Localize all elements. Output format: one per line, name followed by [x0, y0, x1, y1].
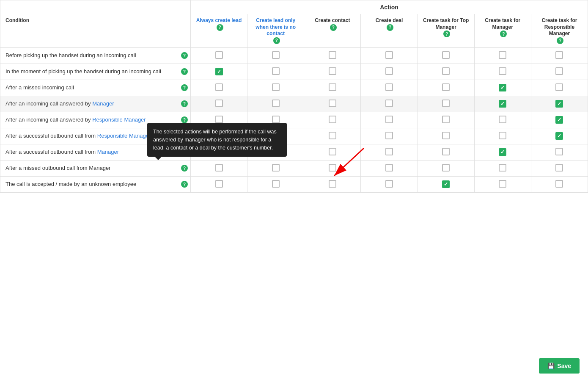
- checkbox-missed_outbound-col6[interactable]: [555, 164, 563, 172]
- help-icon-row-unknown_employee[interactable]: ?: [181, 181, 188, 188]
- checkbox-cell-unknown_employee-col4: [418, 176, 474, 192]
- checkbox-moment_pickup-col6[interactable]: [555, 67, 563, 75]
- checkbox-before_pickup-col3[interactable]: [385, 51, 393, 59]
- checkbox-outbound_responsible-col2[interactable]: [329, 132, 336, 139]
- col-label-always-create-lead: Always create lead: [196, 17, 242, 24]
- help-icon-row-incoming_answered_responsible[interactable]: ?: [181, 116, 188, 123]
- checkbox-unknown_employee-col6[interactable]: [555, 180, 563, 188]
- checkbox-missed_incoming-col2[interactable]: [329, 83, 336, 91]
- checkbox-incoming_answered_manager-col1[interactable]: [272, 100, 280, 107]
- help-icon-row-before_pickup[interactable]: ?: [181, 52, 188, 59]
- checkbox-incoming_answered_manager-col4[interactable]: [442, 100, 450, 107]
- checkbox-outbound_responsible-col0[interactable]: [215, 132, 223, 139]
- checkbox-outbound_responsible-col5[interactable]: [499, 132, 506, 139]
- checkbox-outbound_manager-col3[interactable]: [385, 148, 393, 155]
- checkbox-unknown_employee-col5[interactable]: [499, 180, 506, 188]
- checkbox-moment_pickup-col4[interactable]: [442, 67, 450, 75]
- help-icon-create-contact[interactable]: ?: [330, 24, 337, 31]
- checkbox-outbound_responsible-col3[interactable]: [385, 132, 393, 139]
- checkbox-unknown_employee-col2[interactable]: [329, 180, 336, 188]
- checkbox-incoming_answered_responsible-col6[interactable]: [555, 116, 563, 124]
- checkbox-outbound_manager-col2[interactable]: [329, 148, 336, 155]
- col-header-task-manager: Create task for Manager ?: [474, 14, 531, 47]
- checkbox-missed_incoming-col3[interactable]: [385, 83, 393, 91]
- checkbox-before_pickup-col0[interactable]: [215, 51, 223, 59]
- checkbox-outbound_responsible-col1[interactable]: [272, 132, 280, 139]
- checkbox-missed_incoming-col4[interactable]: [442, 83, 450, 91]
- help-icon-row-outbound_manager[interactable]: ?: [181, 149, 188, 155]
- condition-link-outbound_responsible[interactable]: Responsible Manager: [97, 133, 151, 139]
- help-icon-row-moment_pickup[interactable]: ?: [181, 68, 188, 75]
- checkbox-unknown_employee-col3[interactable]: [385, 180, 393, 188]
- checkbox-missed_outbound-col1[interactable]: [272, 164, 280, 172]
- condition-link-outbound_manager[interactable]: Manager: [97, 149, 119, 155]
- table-row-missed_incoming: After a missed incoming call?: [0, 80, 588, 96]
- checkbox-unknown_employee-col4[interactable]: [442, 180, 450, 188]
- help-icon-row-outbound_responsible[interactable]: ?: [181, 133, 188, 139]
- help-icon-task-top-manager[interactable]: ?: [443, 30, 450, 37]
- checkbox-outbound_manager-col4[interactable]: [442, 148, 450, 155]
- checkbox-moment_pickup-col3[interactable]: [385, 67, 393, 75]
- checkbox-outbound_manager-col1[interactable]: [272, 148, 280, 155]
- checkbox-cell-missed_outbound-col2: [304, 160, 361, 176]
- checkbox-incoming_answered_manager-col6[interactable]: [555, 100, 563, 108]
- checkbox-moment_pickup-col5[interactable]: [499, 67, 506, 75]
- save-button[interactable]: 💾 Save: [539, 358, 580, 374]
- checkbox-missed_incoming-col6[interactable]: [555, 83, 563, 91]
- help-icon-create-lead-no-contact[interactable]: ?: [273, 37, 280, 44]
- checkbox-before_pickup-col2[interactable]: [329, 51, 336, 59]
- checkbox-outbound_responsible-col4[interactable]: [442, 132, 450, 139]
- checkbox-incoming_answered_responsible-col5[interactable]: [499, 116, 506, 123]
- checkbox-cell-incoming_answered_responsible-col4: [418, 112, 474, 128]
- checkbox-incoming_answered_manager-col3[interactable]: [385, 100, 393, 107]
- checkbox-before_pickup-col1[interactable]: [272, 51, 280, 59]
- checkbox-cell-outbound_manager-col5: [474, 144, 531, 160]
- checkbox-incoming_answered_responsible-col2[interactable]: [329, 116, 336, 123]
- checkbox-missed_outbound-col4[interactable]: [442, 164, 450, 172]
- checkbox-moment_pickup-col1[interactable]: [272, 67, 280, 75]
- help-icon-row-missed_outbound[interactable]: ?: [181, 165, 188, 172]
- checkbox-before_pickup-col5[interactable]: [499, 51, 506, 59]
- checkbox-missed_incoming-col0[interactable]: [215, 83, 223, 91]
- condition-text-wrapper-missed_incoming: After a missed incoming call?: [5, 84, 188, 91]
- checkbox-missed_outbound-col2[interactable]: [329, 164, 336, 172]
- checkbox-missed_outbound-col3[interactable]: [385, 164, 393, 172]
- checkbox-moment_pickup-col2[interactable]: [329, 67, 336, 75]
- checkbox-outbound_manager-col0[interactable]: [215, 148, 223, 155]
- checkbox-missed_incoming-col5[interactable]: [499, 84, 506, 91]
- checkbox-cell-incoming_answered_manager-col5: [474, 96, 531, 112]
- checkbox-outbound_responsible-col6[interactable]: [555, 132, 563, 140]
- checkbox-incoming_answered_responsible-col3[interactable]: [385, 116, 393, 123]
- checkbox-incoming_answered_manager-col5[interactable]: [499, 100, 506, 108]
- checkbox-incoming_answered_responsible-col0[interactable]: [215, 116, 223, 123]
- help-icon-task-manager[interactable]: ?: [500, 30, 507, 37]
- condition-header-empty: [0, 0, 191, 14]
- checkbox-cell-outbound_responsible-col1: [247, 128, 304, 144]
- condition-col-header: Condition: [0, 14, 191, 47]
- help-icon-create-deal[interactable]: ?: [387, 24, 393, 31]
- checkbox-missed_outbound-col0[interactable]: [215, 164, 223, 172]
- help-icon-always-create-lead[interactable]: ?: [217, 24, 223, 31]
- checkbox-missed_outbound-col5[interactable]: [499, 164, 506, 172]
- condition-cell-missed_incoming: After a missed incoming call?: [0, 80, 191, 96]
- checkbox-before_pickup-col6[interactable]: [555, 51, 563, 59]
- help-icon-task-responsible-manager[interactable]: ?: [557, 37, 563, 44]
- checkbox-unknown_employee-col1[interactable]: [272, 180, 280, 188]
- help-icon-row-missed_incoming[interactable]: ?: [181, 84, 188, 91]
- condition-link-incoming_answered_manager[interactable]: Manager: [92, 100, 114, 107]
- condition-link-incoming_answered_responsible[interactable]: Responsible Manager: [92, 116, 146, 123]
- help-icon-row-incoming_answered_manager[interactable]: ?: [181, 100, 188, 107]
- checkbox-outbound_manager-col6[interactable]: [555, 148, 563, 155]
- checkbox-unknown_employee-col0[interactable]: [215, 180, 223, 188]
- checkbox-cell-outbound_manager-col1: [247, 144, 304, 160]
- checkbox-before_pickup-col4[interactable]: [442, 51, 450, 59]
- checkbox-incoming_answered_responsible-col1[interactable]: [272, 116, 280, 123]
- checkbox-cell-missed_outbound-col5: [474, 160, 531, 176]
- condition-text-incoming_answered_responsible: After an incoming call answered by Respo…: [5, 116, 179, 124]
- checkbox-incoming_answered_manager-col2[interactable]: [329, 100, 336, 107]
- checkbox-outbound_manager-col5[interactable]: [499, 148, 506, 156]
- checkbox-incoming_answered_responsible-col4[interactable]: [442, 116, 450, 123]
- checkbox-moment_pickup-col0[interactable]: [215, 68, 223, 75]
- checkbox-incoming_answered_manager-col0[interactable]: [215, 100, 223, 107]
- checkbox-missed_incoming-col1[interactable]: [272, 83, 280, 91]
